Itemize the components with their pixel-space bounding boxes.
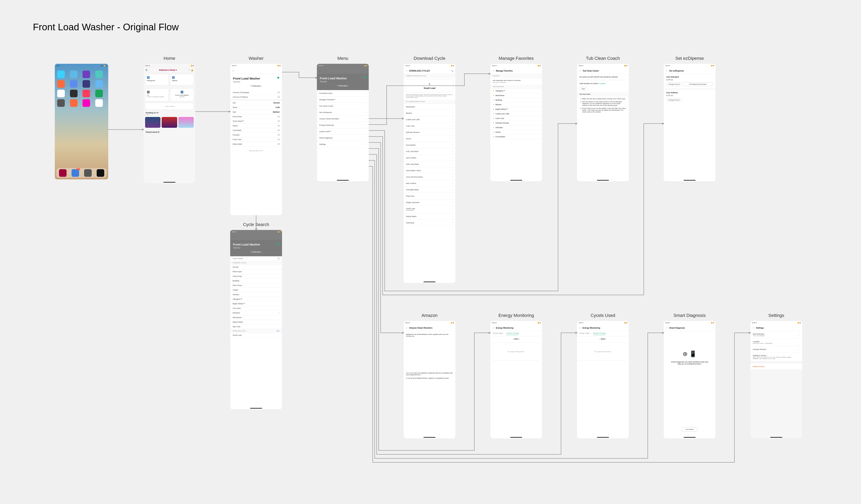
get-started-button[interactable]: Get Started xyxy=(681,427,698,432)
app-icon[interactable] xyxy=(95,99,103,107)
cycle-row[interactable]: Beachwear› xyxy=(404,104,455,110)
back-icon[interactable]: ← xyxy=(579,326,582,329)
list-item[interactable]: Spin Only xyxy=(230,325,282,329)
menu-item[interactable]: Set ezDispense› xyxy=(317,109,369,115)
tile-refrigerator[interactable]: Refrigerator xyxy=(145,74,169,85)
favorite-row[interactable]: ★Denim xyxy=(490,130,542,135)
tub-clean-start-button[interactable]: Start xyxy=(579,87,587,91)
delete-product-button[interactable]: Delete Product xyxy=(750,364,802,370)
favorite-row[interactable]: ★Color Care xyxy=(490,116,542,121)
tab-number-of-cycles[interactable]: Number of Cycles xyxy=(506,332,519,335)
cycle-row[interactable]: Color Care› xyxy=(404,123,455,129)
settings-nickname[interactable]: Edit NicknameFront Load Washer› xyxy=(750,331,802,339)
back-icon[interactable]: ← xyxy=(666,326,668,329)
app-icon[interactable] xyxy=(70,80,78,88)
app-icon[interactable] xyxy=(95,80,103,88)
back-icon[interactable]: ← xyxy=(666,69,668,72)
option-row[interactable]: Extra RinseOff xyxy=(230,114,282,119)
app-icon[interactable] xyxy=(70,90,78,97)
list-item[interactable]: Sportswear xyxy=(230,315,282,320)
app-icon[interactable] xyxy=(83,90,90,97)
list-item[interactable]: Perm.Press xyxy=(230,283,282,288)
list-item[interactable]: Towels xyxy=(230,288,282,292)
setting-row[interactable]: Amount of DetergentOff xyxy=(230,90,282,95)
menu-item[interactable]: Settings› xyxy=(317,141,369,148)
app-icon[interactable] xyxy=(83,70,90,78)
app-icon[interactable] xyxy=(83,99,90,107)
cycle-row[interactable]: Denim› xyxy=(404,136,455,142)
cycle-row[interactable]: Overnight Wash› xyxy=(404,187,455,193)
option-row[interactable]: SpinMedium xyxy=(230,110,282,114)
list-item[interactable]: Small Load xyxy=(230,333,282,338)
cycle-row[interactable]: EconoWash› xyxy=(404,142,455,148)
app-icon[interactable] xyxy=(70,70,78,78)
option-row[interactable]: SteamOff xyxy=(230,124,282,128)
cycle-row[interactable]: Delicate Dresses› xyxy=(404,129,455,136)
back-icon[interactable]: ← xyxy=(406,69,408,72)
change-amount-softener-button[interactable]: Change Amount xyxy=(666,98,682,102)
app-icon[interactable] xyxy=(83,80,90,88)
back-icon[interactable]: ← xyxy=(492,69,495,72)
setting-row[interactable]: Amount of SoftenerOff xyxy=(230,95,282,99)
tab-energy-usage[interactable]: Energy Usage xyxy=(579,332,590,335)
thinq-app-icon[interactable] xyxy=(59,169,67,177)
list-item[interactable]: Bright Whites™ xyxy=(230,301,282,306)
cycle-row[interactable]: Hand Wash / Wool› xyxy=(404,167,455,174)
list-item[interactable]: Tub Clean xyxy=(230,306,282,311)
thinq-extend[interactable]: ThinQ Extend ⓘ xyxy=(144,129,195,136)
tile-washer[interactable]: Washer xyxy=(170,74,194,85)
search-icon[interactable] xyxy=(277,258,279,259)
add-device-button[interactable]: + Add a Device xyxy=(145,103,194,110)
cycle-row[interactable]: Swimwear› xyxy=(404,220,455,226)
trending-thumb[interactable] xyxy=(178,117,194,128)
back-icon[interactable]: ← xyxy=(406,326,408,329)
menu-item[interactable]: Cycles Used™› xyxy=(317,128,369,135)
favorite-row[interactable]: ★Blanket xyxy=(490,103,542,107)
app-icon[interactable] xyxy=(57,70,65,78)
cycle-row[interactable]: Rainy Day› xyxy=(404,193,455,199)
option-row[interactable]: Turbo Wash™Off xyxy=(230,119,282,124)
list-item[interactable]: Allergiene™ xyxy=(230,297,282,301)
option-row[interactable]: Cold WashOff xyxy=(230,128,282,133)
app-icon[interactable] xyxy=(57,80,65,88)
settings-location[interactable]: LocationAmbrose's Home – Unassigned› xyxy=(750,339,802,346)
settings-network[interactable]: Change Network⌄ xyxy=(750,346,802,353)
app-icon[interactable] xyxy=(57,99,65,107)
list-item[interactable]: Rinse+Spin xyxy=(230,270,282,274)
list-item[interactable]: Delicates✓ xyxy=(230,311,282,315)
favorite-row[interactable]: ★Beachwear xyxy=(490,93,542,98)
back-icon[interactable]: ← xyxy=(232,69,235,72)
register-detergent-button[interactable]: ⇄ Registering Detergent xyxy=(683,82,713,86)
tile-tv[interactable]: TVTo turn on connect to power xyxy=(145,88,169,101)
cycle-row[interactable]: Juice and food stains› xyxy=(404,174,455,180)
tab-energy-usage[interactable]: Energy Usage xyxy=(493,332,503,335)
favorite-row[interactable]: ★EconoWash xyxy=(490,135,542,139)
cycle-row[interactable]: Collars and Cuffs› xyxy=(404,117,455,123)
home-name[interactable]: Ambrose's Home ▾ xyxy=(159,69,177,71)
settings-app-icon[interactable] xyxy=(84,169,92,177)
remote-start[interactable]: Remote Start Off ⓘ xyxy=(230,147,282,155)
cycle-row[interactable]: Small LoadDownloaded› xyxy=(404,206,455,213)
back-icon[interactable]: ← xyxy=(752,326,755,329)
list-item[interactable]: Bedding xyxy=(230,278,282,283)
app-icon[interactable] xyxy=(57,90,65,97)
mail-app-icon[interactable]: 187 xyxy=(71,169,79,177)
list-item[interactable]: Sanitary xyxy=(230,292,282,297)
menu-icon[interactable]: ⋯ xyxy=(278,70,280,72)
favorite-row[interactable]: ★Delicate Dresses xyxy=(490,121,542,125)
cycle-row[interactable]: New Clothes› xyxy=(404,180,455,187)
back-icon[interactable]: ← xyxy=(232,235,235,239)
favorite-row[interactable]: ★Collars and Cuffs xyxy=(490,112,542,116)
app-icon[interactable] xyxy=(70,99,78,107)
tab-number-of-cycles[interactable]: Number of Cycles xyxy=(593,332,606,335)
menu-item[interactable]: Energy Monitoring› xyxy=(317,122,369,128)
back-icon[interactable]: ← xyxy=(579,69,582,72)
app-icon[interactable] xyxy=(95,90,103,97)
cycle-selector[interactable]: ✎ Delicates › xyxy=(233,83,279,89)
edit-link[interactable]: Edit xyxy=(276,330,279,332)
menu-item[interactable]: Smart Diagnosis› xyxy=(317,135,369,141)
option-row[interactable]: SoilNormal xyxy=(230,101,282,105)
option-row[interactable]: PrewashOff xyxy=(230,133,282,137)
favorite-row[interactable]: ★Delicates xyxy=(490,125,542,130)
list-item[interactable]: Speed Wash xyxy=(230,320,282,325)
